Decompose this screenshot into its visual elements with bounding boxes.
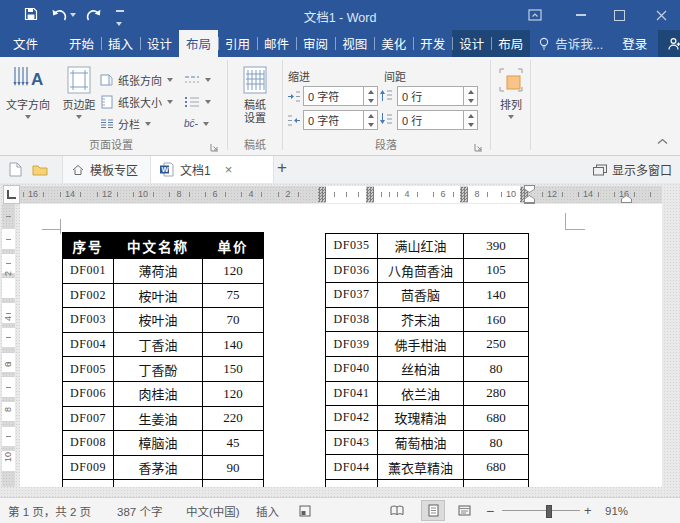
minimize-icon[interactable] — [564, 0, 598, 30]
line-numbers-button[interactable] — [184, 91, 211, 112]
table-row[interactable]: DF007 生姜油 220 — [63, 406, 264, 431]
web-layout-button[interactable] — [453, 501, 475, 520]
zoom-slider-thumb[interactable] — [546, 505, 552, 518]
indent-right-field[interactable]: 0 字符 — [303, 110, 378, 130]
hyphenation-button[interactable]: bc̄- — [184, 113, 209, 134]
columns-button[interactable]: 分栏 — [100, 113, 151, 134]
paper-size-button[interactable]: 纸张大小 — [100, 91, 173, 112]
ribbon-display-options-icon[interactable] — [518, 0, 552, 30]
table-row[interactable]: DF044 薰衣草精油 680 — [326, 455, 529, 480]
tab-document1[interactable]: W 文档1 × — [150, 156, 274, 183]
read-mode-button[interactable] — [386, 501, 408, 520]
page[interactable]: 序号 中文名称 单价 DF001 薄荷油 120 DF002 桉叶油 — [20, 204, 662, 487]
spinner-buttons[interactable] — [364, 110, 378, 130]
maximize-icon[interactable] — [602, 0, 636, 30]
crop-mark-top-left — [60, 219, 61, 234]
tab-template-zone[interactable]: 模板专区 — [62, 156, 156, 183]
right-table[interactable]: DF035 满山红油 390 DF036 八角茴香油 105 DF037 茴香脑… — [325, 233, 529, 487]
ruler-tick — [6, 436, 11, 437]
zoom-in-button[interactable]: + — [584, 498, 592, 523]
table-row[interactable]: DF036 八角茴香油 105 — [326, 258, 529, 283]
share-button[interactable]: 共享 — [658, 30, 680, 57]
col-header[interactable]: 序号 — [63, 233, 114, 259]
insert-mode[interactable]: 插入 — [256, 498, 279, 523]
vertical-ruler[interactable]: 246810 — [2, 204, 15, 487]
spacing-before-field[interactable]: 0 行 — [397, 86, 478, 106]
ribbon-tab[interactable]: 设计 — [140, 30, 179, 57]
spinner-buttons[interactable] — [364, 86, 378, 106]
indent-left-field[interactable]: 0 字符 — [303, 86, 378, 106]
tab-stop-selector[interactable] — [3, 185, 20, 204]
table-row[interactable]: DF004 丁香油 140 — [63, 332, 264, 357]
ribbon-tab[interactable]: 引用 — [218, 30, 257, 57]
table-row[interactable]: DF043 葡萄柚油 80 — [326, 430, 529, 455]
spinner-buttons[interactable] — [464, 86, 478, 106]
paper-orientation-icon — [100, 73, 114, 87]
ruler-number: 8 — [470, 189, 484, 200]
ribbon-tab[interactable]: 设计 — [452, 30, 491, 57]
table-row[interactable]: DF040 丝柏油 80 — [326, 356, 529, 381]
table-row[interactable]: DF041 依兰油 280 — [326, 381, 529, 406]
spinner-buttons[interactable] — [464, 110, 478, 130]
ribbon-tab[interactable]: 审阅 — [296, 30, 335, 57]
paragraph-dialog-launcher-icon[interactable] — [473, 139, 484, 150]
table-row[interactable]: DF003 桉叶油 70 — [63, 308, 264, 333]
table-row[interactable]: DF039 佛手柑油 250 — [326, 332, 529, 357]
page-setup-dialog-launcher-icon[interactable] — [209, 139, 220, 150]
word-count[interactable]: 387 个字 — [117, 498, 162, 523]
macro-record-icon[interactable] — [299, 498, 311, 523]
arrange-button[interactable]: 排列 — [492, 61, 530, 137]
table-column-marker[interactable] — [366, 187, 374, 202]
zoom-level[interactable]: 91% — [605, 498, 628, 523]
paper-orientation-button[interactable]: 纸张方向 — [100, 69, 173, 90]
close-icon[interactable] — [644, 0, 678, 30]
horizontal-ruler[interactable]: 16141210864246810121416 — [20, 186, 662, 203]
ribbon-tab[interactable]: 开发 — [413, 30, 452, 57]
close-tab-icon[interactable]: × — [225, 162, 233, 177]
table-row[interactable]: DF006 肉桂油 120 — [63, 381, 264, 406]
open-folder-icon[interactable] — [32, 164, 48, 179]
margins-button[interactable]: 页边距 — [56, 61, 102, 137]
col-header[interactable]: 单价 — [203, 233, 264, 259]
table-row[interactable]: DF037 茴香脑 140 — [326, 283, 529, 308]
table-row[interactable]: DF038 芥末油 160 — [326, 307, 529, 332]
ribbon-tab[interactable]: 布局 — [179, 30, 218, 57]
table-column-marker[interactable] — [318, 187, 326, 202]
zoom-slider-track[interactable] — [502, 510, 580, 511]
new-tab-button[interactable]: + — [272, 158, 292, 178]
ribbon-tab[interactable]: 布局 — [491, 30, 530, 57]
language-indicator[interactable]: 中文(中国) — [186, 498, 240, 523]
print-layout-button[interactable] — [422, 501, 444, 520]
ribbon-tab[interactable]: 插入 — [101, 30, 140, 57]
breaks-button[interactable] — [184, 69, 211, 90]
text-direction-button[interactable]: A 文字方向 — [2, 61, 54, 137]
new-document-icon[interactable] — [9, 162, 22, 180]
ruler-tick — [6, 313, 11, 314]
table-row[interactable]: DF009 香茅油 90 — [63, 455, 264, 480]
left-table[interactable]: 序号 中文名称 单价 DF001 薄荷油 120 DF002 桉叶油 — [62, 232, 264, 487]
show-multiple-windows[interactable]: 显示多窗口 — [593, 156, 672, 183]
ribbon-tab[interactable]: 美化 — [374, 30, 413, 57]
ruler-tick — [358, 192, 359, 197]
table-row[interactable]: DF035 满山红油 390 — [326, 234, 529, 259]
spacing-after-field[interactable]: 0 行 — [397, 110, 478, 130]
table-row[interactable]: DF005 丁香酚 150 — [63, 357, 264, 382]
table-row[interactable]: DF008 樟脑油 45 — [63, 431, 264, 456]
ribbon-tab[interactable]: 开始 — [62, 30, 101, 57]
dropdown-caret-icon — [203, 122, 209, 126]
manuscript-setup-button[interactable]: 稿纸 设置 — [231, 61, 279, 137]
table-row[interactable]: DF002 桉叶油 75 — [63, 283, 264, 308]
sign-in[interactable]: 登录 — [611, 30, 658, 57]
table-row[interactable]: DF042 玫瑰精油 680 — [326, 406, 529, 431]
tell-me[interactable]: 告诉我... — [530, 30, 611, 57]
ribbon-tab[interactable]: 邮件 — [257, 30, 296, 57]
collapse-ribbon-icon[interactable] — [657, 131, 668, 149]
table-row[interactable]: DF001 薄荷油 120 — [63, 259, 264, 284]
page-indicator[interactable]: 第 1 页，共 2 页 — [8, 498, 91, 523]
ribbon-tab[interactable]: 视图 — [335, 30, 374, 57]
zoom-out-button[interactable]: − — [486, 498, 494, 523]
ruler-tick — [650, 192, 651, 197]
table-column-marker[interactable] — [460, 187, 468, 202]
col-header[interactable]: 中文名称 — [114, 233, 203, 259]
ribbon-tab[interactable]: 文件 — [0, 30, 51, 57]
